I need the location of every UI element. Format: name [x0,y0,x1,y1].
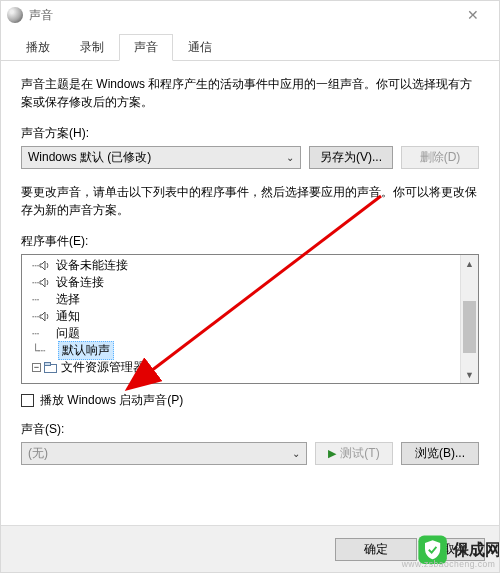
item-label: 问题 [52,325,80,342]
item-label: 设备连接 [52,274,104,291]
speaker-icon [38,311,52,322]
play-startup-checkbox[interactable] [21,394,34,407]
item-label: 文件资源管理器 [57,359,145,376]
svg-rect-1 [44,363,50,366]
scheme-value: Windows 默认 (已修改) [28,149,151,166]
sound-dialog: 声音 ✕ 播放 录制 声音 通信 声音主题是在 Windows 和程序产生的活动… [0,0,500,573]
events-description: 要更改声音，请单击以下列表中的程序事件，然后选择要应用的声音。你可以将更改保存为… [21,183,479,219]
item-label: 选择 [52,291,80,308]
test-button: ▶ 测试(T) [315,442,393,465]
scheme-combobox[interactable]: Windows 默认 (已修改) ⌄ [21,146,301,169]
speaker-icon [38,277,52,288]
list-item[interactable]: ┄ 设备未能连接 [24,257,476,274]
sound-combobox[interactable]: (无) ⌄ [21,442,307,465]
tab-content: 声音主题是在 Windows 和程序产生的活动事件中应用的一组声音。你可以选择现… [1,61,499,483]
watermark-text: 保成网 [453,539,500,561]
tab-recording[interactable]: 录制 [65,34,119,61]
sound-label: 声音(S): [21,421,479,438]
play-startup-label: 播放 Windows 启动声音(P) [40,392,183,409]
scrollbar[interactable]: ▲ ▼ [460,255,478,383]
window-title: 声音 [29,7,453,24]
delete-button: 删除(D) [401,146,479,169]
scheme-description: 声音主题是在 Windows 和程序产生的活动事件中应用的一组声音。你可以选择现… [21,75,479,111]
speaker-icon [38,260,52,271]
titlebar: 声音 ✕ [1,1,499,29]
tab-communications[interactable]: 通信 [173,34,227,61]
ok-button[interactable]: 确定 [335,538,417,561]
system-icon [7,7,23,23]
chevron-down-icon: ⌄ [286,152,294,163]
list-item[interactable]: ┄ 设备连接 [24,274,476,291]
scroll-thumb[interactable] [463,301,476,353]
save-as-button[interactable]: 另存为(V)... [309,146,393,169]
chevron-down-icon: ⌄ [292,448,300,459]
item-label: 默认响声 [58,341,114,360]
close-button[interactable]: ✕ [453,1,493,29]
tab-playback[interactable]: 播放 [11,34,65,61]
scroll-down-button[interactable]: ▼ [461,366,478,383]
collapse-icon[interactable]: − [32,363,41,372]
item-label: 设备未能连接 [52,257,128,274]
folder-icon [43,362,57,373]
events-label: 程序事件(E): [21,233,479,250]
list-item[interactable]: − 文件资源管理器 [24,359,476,376]
list-item[interactable]: ┄ 问题 [24,325,476,342]
sound-value: (无) [28,445,48,462]
item-label: 通知 [52,308,80,325]
scroll-up-button[interactable]: ▲ [461,255,478,272]
tab-sounds[interactable]: 声音 [119,34,173,61]
watermark-url: www.zsbaocheng.com [402,559,496,569]
browse-button[interactable]: 浏览(B)... [401,442,479,465]
watermark: 保成网 www.zsbaocheng.com [418,536,500,565]
list-item[interactable]: ┄ 通知 [24,308,476,325]
tab-strip: 播放 录制 声音 通信 [1,29,499,61]
list-item-selected[interactable]: └┄ 默认响声 [24,342,476,359]
scheme-label: 声音方案(H): [21,125,479,142]
program-events-list[interactable]: ┄ 设备未能连接 ┄ 设备连接 ┄ 选择 [21,254,479,384]
play-icon: ▶ [328,447,336,460]
list-item[interactable]: ┄ 选择 [24,291,476,308]
